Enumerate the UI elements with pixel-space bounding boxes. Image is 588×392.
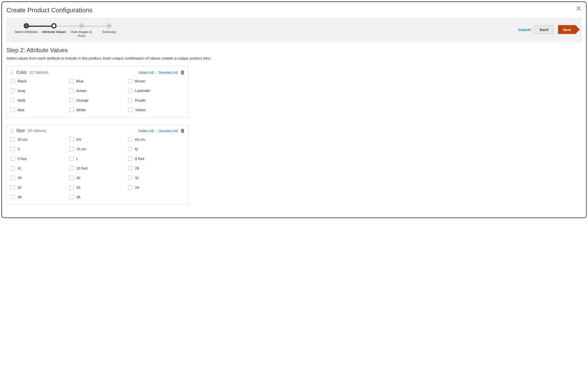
checkbox[interactable] <box>70 108 74 112</box>
checkbox[interactable] <box>10 79 15 83</box>
step-connector <box>26 26 54 27</box>
option-item[interactable]: 28 <box>128 166 184 170</box>
checkbox[interactable] <box>128 88 132 93</box>
option-item[interactable]: Gray <box>10 88 67 93</box>
attribute-count: (12 Options) <box>29 70 48 74</box>
checkbox[interactable] <box>128 147 132 151</box>
svg-point-2 <box>11 72 12 73</box>
checkbox[interactable] <box>10 176 15 180</box>
option-item[interactable]: XS <box>70 137 126 142</box>
drag-handle-icon[interactable] <box>10 128 13 133</box>
checkbox[interactable] <box>70 147 74 151</box>
wizard-actions: Cancel Back Next <box>518 25 576 34</box>
option-item[interactable]: M <box>128 147 184 151</box>
option-item[interactable]: 30 <box>70 176 126 180</box>
drag-handle-icon[interactable] <box>10 70 13 74</box>
checkbox[interactable] <box>128 137 132 142</box>
option-item[interactable]: 29 <box>10 176 67 180</box>
checkbox[interactable] <box>128 166 132 170</box>
option-item[interactable]: 10 foot <box>70 166 126 170</box>
deselect-all-link[interactable]: Deselect All <box>158 129 178 133</box>
option-item[interactable]: 75 cm <box>70 147 126 151</box>
option-label: Yellow <box>135 108 146 112</box>
option-item[interactable]: 65 cm <box>128 137 184 142</box>
cancel-link[interactable]: Cancel <box>518 28 530 32</box>
step-number-icon: 4 <box>106 23 112 28</box>
option-label: 28 <box>135 166 139 170</box>
option-item[interactable]: 8 foot <box>128 156 184 161</box>
option-item[interactable]: S <box>10 147 67 151</box>
checkbox[interactable] <box>128 79 132 83</box>
option-item[interactable]: Black <box>10 79 67 83</box>
checkbox[interactable] <box>10 108 15 112</box>
option-item[interactable]: Lavender <box>128 88 184 93</box>
option-label: Green <box>76 88 87 93</box>
checkbox[interactable] <box>128 156 132 161</box>
checkbox[interactable] <box>128 108 132 112</box>
option-item[interactable]: Blue <box>70 79 126 83</box>
attribute-actions: Select All|Deselect All <box>138 70 184 74</box>
checkbox[interactable] <box>70 88 74 93</box>
attribute-count: (20 Options) <box>27 129 46 133</box>
option-item[interactable]: Brown <box>128 79 184 83</box>
close-button[interactable] <box>576 6 582 12</box>
checkbox[interactable] <box>10 137 15 142</box>
delete-attribute-icon[interactable] <box>181 129 184 133</box>
option-item[interactable]: 6 foot <box>10 156 67 161</box>
option-item[interactable]: 38 <box>70 195 126 199</box>
option-item[interactable]: 55 cm <box>10 137 67 142</box>
option-item[interactable]: Multi <box>10 98 67 102</box>
option-label: 75 cm <box>76 147 86 151</box>
checkbox[interactable] <box>70 137 74 142</box>
checkbox[interactable] <box>10 88 15 93</box>
checkbox[interactable] <box>128 98 132 102</box>
option-item[interactable]: Green <box>70 88 126 93</box>
attribute-list: Color(12 Options)Select All|Deselect All… <box>6 66 582 205</box>
option-item[interactable]: XL <box>10 166 67 170</box>
checkbox[interactable] <box>10 166 15 170</box>
checkbox[interactable] <box>10 98 15 102</box>
option-item[interactable]: 34 <box>128 185 184 190</box>
checkbox[interactable] <box>128 185 132 190</box>
option-label: 33 <box>76 185 80 190</box>
option-label: Multi <box>18 98 25 102</box>
svg-point-3 <box>12 72 13 73</box>
attribute-header: Size(20 Options)Select All|Deselect All <box>10 128 184 133</box>
checkbox[interactable] <box>10 156 15 161</box>
next-button[interactable]: Next <box>558 25 576 34</box>
select-all-link[interactable]: Select All <box>138 70 154 74</box>
step-label: Summary <box>95 30 123 34</box>
option-label: 36 <box>18 195 22 199</box>
option-label: L <box>76 156 78 161</box>
option-item[interactable]: Yellow <box>128 108 184 112</box>
checkbox[interactable] <box>10 195 15 199</box>
checkbox[interactable] <box>70 156 74 161</box>
option-item[interactable]: Red <box>10 108 67 112</box>
checkbox[interactable] <box>70 79 74 83</box>
delete-attribute-icon[interactable] <box>181 70 184 74</box>
checkbox[interactable] <box>70 98 74 102</box>
option-item[interactable]: 32 <box>10 185 67 190</box>
option-item[interactable]: Purple <box>128 98 184 102</box>
step-description: Select values from each attribute to inc… <box>6 56 582 60</box>
option-label: Lavender <box>135 88 150 93</box>
checkbox[interactable] <box>128 176 132 180</box>
checkbox[interactable] <box>70 195 74 199</box>
back-button[interactable]: Back <box>535 25 554 34</box>
option-item[interactable]: Orange <box>70 98 126 102</box>
option-label: 30 <box>76 176 80 180</box>
attribute-name: Color <box>16 70 27 75</box>
checkbox[interactable] <box>70 176 74 180</box>
option-item[interactable]: 31 <box>128 176 184 180</box>
deselect-all-link[interactable]: Deselect All <box>158 70 178 74</box>
checkbox[interactable] <box>10 185 15 190</box>
select-all-link[interactable]: Select All <box>138 129 154 133</box>
checkbox[interactable] <box>10 147 15 151</box>
svg-point-4 <box>11 74 12 74</box>
checkbox[interactable] <box>70 166 74 170</box>
option-item[interactable]: L <box>70 156 126 161</box>
option-item[interactable]: 36 <box>10 195 67 199</box>
checkbox[interactable] <box>70 185 74 190</box>
option-item[interactable]: White <box>70 108 126 112</box>
option-item[interactable]: 33 <box>70 185 126 190</box>
